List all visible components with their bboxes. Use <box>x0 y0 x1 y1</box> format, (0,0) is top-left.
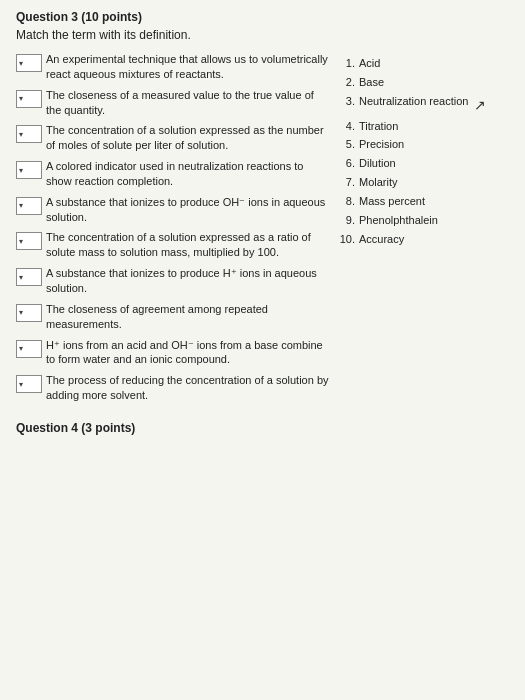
right-item-4: 5. Precision <box>339 137 509 152</box>
match-container: ▾ An experimental technique that allows … <box>16 52 509 407</box>
right-item-6: 7. Molarity <box>339 175 509 190</box>
dropdown-arrow-7: ▾ <box>19 308 23 317</box>
right-num-7: 8. <box>339 194 355 209</box>
dropdown-arrow-6: ▾ <box>19 273 23 282</box>
right-column: 1. Acid 2. Base 3. Neutralization reacti… <box>339 52 509 407</box>
dropdown-arrow-4: ▾ <box>19 201 23 210</box>
question4-header: Question 4 (3 points) <box>16 421 509 435</box>
left-column: ▾ An experimental technique that allows … <box>16 52 331 407</box>
left-text-2: The concentration of a solution expresse… <box>46 123 331 153</box>
right-num-9: 10. <box>339 232 355 247</box>
dropdown-arrow-8: ▾ <box>19 344 23 353</box>
dropdown-1[interactable]: ▾ <box>16 90 42 108</box>
right-item-7: 8. Mass percent <box>339 194 509 209</box>
right-label-1: Base <box>359 75 384 90</box>
left-item-8: ▾ H⁺ ions from an acid and OH⁻ ions from… <box>16 338 331 368</box>
dropdown-arrow-9: ▾ <box>19 380 23 389</box>
left-text-0: An experimental technique that allows us… <box>46 52 331 82</box>
right-label-4: Precision <box>359 137 404 152</box>
left-text-5: The concentration of a solution expresse… <box>46 230 331 260</box>
left-item-5: ▾ The concentration of a solution expres… <box>16 230 331 260</box>
left-text-6: A substance that ionizes to produce H⁺ i… <box>46 266 331 296</box>
right-label-5: Dilution <box>359 156 396 171</box>
dropdown-9[interactable]: ▾ <box>16 375 42 393</box>
right-item-3: 4. Titration <box>339 119 509 134</box>
right-num-6: 7. <box>339 175 355 190</box>
page: Question 3 (10 points) Match the term wi… <box>0 0 525 700</box>
right-label-9: Accuracy <box>359 232 404 247</box>
right-item-9: 10. Accuracy <box>339 232 509 247</box>
dropdown-8[interactable]: ▾ <box>16 340 42 358</box>
left-text-7: The closeness of agreement among repeate… <box>46 302 331 332</box>
left-item-3: ▾ A colored indicator used in neutraliza… <box>16 159 331 189</box>
dropdown-arrow-0: ▾ <box>19 59 23 68</box>
right-item-8: 9. Phenolphthalein <box>339 213 509 228</box>
cursor-icon: ↗ <box>474 96 486 115</box>
left-item-6: ▾ A substance that ionizes to produce H⁺… <box>16 266 331 296</box>
right-label-8: Phenolphthalein <box>359 213 438 228</box>
dropdown-arrow-5: ▾ <box>19 237 23 246</box>
question-header: Question 3 (10 points) <box>16 10 509 24</box>
right-label-2: Neutralization reaction <box>359 94 468 109</box>
dropdown-arrow-2: ▾ <box>19 130 23 139</box>
left-item-7: ▾ The closeness of agreement among repea… <box>16 302 331 332</box>
left-item-4: ▾ A substance that ionizes to produce OH… <box>16 195 331 225</box>
right-num-2: 3. <box>339 94 355 109</box>
dropdown-arrow-3: ▾ <box>19 166 23 175</box>
right-num-3: 4. <box>339 119 355 134</box>
dropdown-arrow-1: ▾ <box>19 94 23 103</box>
left-text-8: H⁺ ions from an acid and OH⁻ ions from a… <box>46 338 331 368</box>
dropdown-6[interactable]: ▾ <box>16 268 42 286</box>
dropdown-7[interactable]: ▾ <box>16 304 42 322</box>
left-item-2: ▾ The concentration of a solution expres… <box>16 123 331 153</box>
right-num-0: 1. <box>339 56 355 71</box>
right-num-4: 5. <box>339 137 355 152</box>
instruction: Match the term with its definition. <box>16 28 509 42</box>
left-item-1: ▾ The closeness of a measured value to t… <box>16 88 331 118</box>
right-label-6: Molarity <box>359 175 398 190</box>
right-label-0: Acid <box>359 56 380 71</box>
dropdown-0[interactable]: ▾ <box>16 54 42 72</box>
right-num-8: 9. <box>339 213 355 228</box>
left-text-4: A substance that ionizes to produce OH⁻ … <box>46 195 331 225</box>
right-item-0: 1. Acid <box>339 56 509 71</box>
left-text-1: The closeness of a measured value to the… <box>46 88 331 118</box>
dropdown-5[interactable]: ▾ <box>16 232 42 250</box>
left-item-0: ▾ An experimental technique that allows … <box>16 52 331 82</box>
dropdown-4[interactable]: ▾ <box>16 197 42 215</box>
right-num-5: 6. <box>339 156 355 171</box>
right-num-1: 2. <box>339 75 355 90</box>
dropdown-2[interactable]: ▾ <box>16 125 42 143</box>
left-text-9: The process of reducing the concentratio… <box>46 373 331 403</box>
right-label-3: Titration <box>359 119 398 134</box>
right-item-5: 6. Dilution <box>339 156 509 171</box>
right-item-1: 2. Base <box>339 75 509 90</box>
left-item-9: ▾ The process of reducing the concentrat… <box>16 373 331 403</box>
dropdown-3[interactable]: ▾ <box>16 161 42 179</box>
left-text-3: A colored indicator used in neutralizati… <box>46 159 331 189</box>
right-item-2: 3. Neutralization reaction ↗ <box>339 94 509 115</box>
right-label-7: Mass percent <box>359 194 425 209</box>
